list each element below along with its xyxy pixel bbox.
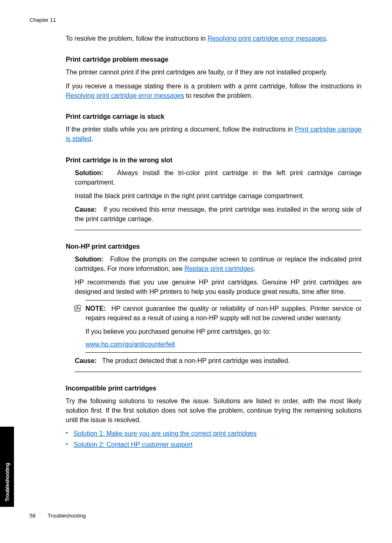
link-resolving-error-messages[interactable]: Resolving print cartridge error messages <box>208 35 326 42</box>
footer-title: Troubleshooting <box>48 513 86 519</box>
note-divider-bottom <box>85 352 362 353</box>
section3-solution-text: Always install the tri-color print cartr… <box>75 169 362 186</box>
link-solution-1[interactable]: Solution 1: Make sure you are using the … <box>74 429 257 438</box>
chapter-header: Chapter 11 <box>30 16 56 24</box>
section2-p1-post: . <box>91 135 93 142</box>
section1-p1: The printer cannot print if the print ca… <box>66 67 362 77</box>
section1-p2-pre: If you receive a message stating there i… <box>66 83 362 90</box>
section3-cause: Cause: If you received this error messag… <box>75 205 362 224</box>
intro-paragraph: To resolve the problem, follow the instr… <box>66 34 362 43</box>
page-content: To resolve the problem, follow the instr… <box>66 34 362 451</box>
section1-p2: If you receive a message stating there i… <box>66 81 362 100</box>
section4-solution: Solution: Follow the prompts on the comp… <box>75 254 362 273</box>
link-solution-2[interactable]: Solution 2: Contact HP customer support <box>74 440 193 449</box>
section3-solution: Solution: Always install the tri-color p… <box>75 168 362 187</box>
section4-cause-text: The product detected that a non-HP print… <box>102 357 290 364</box>
cause-label-2: Cause: <box>75 357 97 364</box>
note-divider-top <box>85 300 362 300</box>
section1-p2-post: to resolve the problem. <box>184 92 253 99</box>
section4-cause: Cause: The product detected that a non-H… <box>75 356 362 365</box>
side-tab-label: Troubleshooting <box>4 463 11 501</box>
section2-p1: If the printer stalls while you are prin… <box>66 125 362 143</box>
bullet-dot-icon: • <box>66 440 68 449</box>
note-paragraph: NOTE: HP cannot guarantee the quality or… <box>85 304 362 323</box>
bullet-dot-icon: • <box>66 429 68 438</box>
cause-label: Cause: <box>75 206 97 213</box>
note-p2: If you believe you purchased genuine HP … <box>85 327 362 336</box>
heading-print-cartridge-problem: Print cartridge problem message <box>66 55 362 64</box>
divider <box>75 230 362 230</box>
section4-p2: HP recommends that you use genuine HP pr… <box>75 277 362 296</box>
bullet-item-2: • Solution 2: Contact HP customer suppor… <box>66 440 362 449</box>
note-text: HP cannot guarantee the quality or relia… <box>85 305 362 321</box>
intro-pre: To resolve the problem, follow the instr… <box>66 35 208 42</box>
link-replace-cartridges[interactable]: Replace print cartridges <box>184 265 254 272</box>
section5-p1: Try the following solutions to resolve t… <box>66 396 362 425</box>
solution-label-2: Solution: <box>75 256 103 263</box>
heading-non-hp: Non-HP print cartridges <box>66 242 362 251</box>
divider-2 <box>75 372 362 372</box>
note-block: NOTE: HP cannot guarantee the quality or… <box>85 304 362 349</box>
heading-wrong-slot: Print cartridge is in the wrong slot <box>66 155 362 165</box>
note-link-p: www.hp.com/go/anticounterfeit <box>85 340 362 349</box>
section4-solution-post: . <box>254 265 256 272</box>
section2-p1-pre: If the printer stalls while you are prin… <box>66 126 295 133</box>
solution-label: Solution: <box>75 169 103 176</box>
side-tab: Troubleshooting <box>0 427 14 507</box>
heading-incompatible: Incompatible print cartridges <box>66 384 362 393</box>
page-number: 58 <box>30 513 35 519</box>
heading-carriage-stuck: Print cartridge carriage is stuck <box>66 112 362 121</box>
page-footer: 58 Troubleshooting <box>30 512 86 520</box>
bullet-item-1: • Solution 1: Make sure you are using th… <box>66 429 362 438</box>
link-anticounterfeit[interactable]: www.hp.com/go/anticounterfeit <box>85 341 175 348</box>
section3-p2: Install the black print cartridge in the… <box>75 191 362 201</box>
note-icon <box>74 304 82 314</box>
intro-post: . <box>326 35 327 42</box>
note-label: NOTE: <box>85 305 106 312</box>
section3-cause-text: If you received this error message, the … <box>75 206 362 222</box>
link-resolving-error-messages-2[interactable]: Resolving print cartridge error messages <box>66 92 184 99</box>
